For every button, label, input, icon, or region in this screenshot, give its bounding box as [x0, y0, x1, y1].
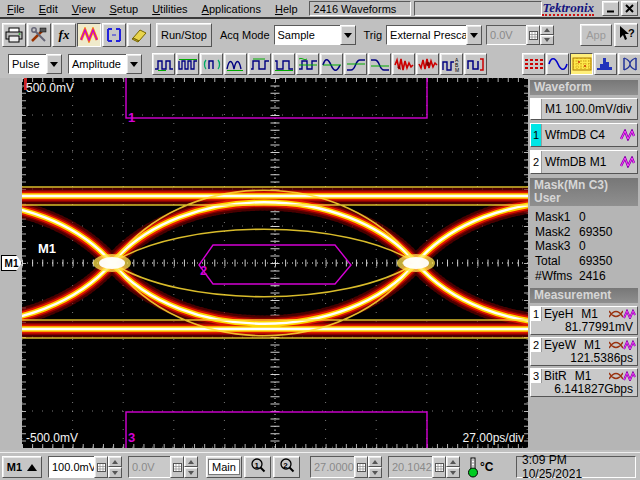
print-button[interactable] — [2, 23, 26, 47]
spin-down-button[interactable] — [540, 35, 554, 45]
trig-level-field: 0.0V — [486, 25, 554, 45]
waveform-icon — [80, 27, 98, 43]
svg-text:2: 2 — [283, 461, 288, 470]
horizontal-delay-value: 20.1042ns — [388, 456, 432, 478]
neg-width-button[interactable] — [176, 53, 199, 75]
duty-cycle-icon — [298, 57, 318, 72]
meas-type-select[interactable]: Amplitude — [68, 54, 142, 74]
main-view-button[interactable]: Main — [206, 456, 242, 478]
spin-up-button[interactable] — [446, 456, 460, 467]
graticule[interactable]: 1 2 3 M1 500.0mV -500.0mV 27.00ps/div — [22, 78, 528, 448]
waveform-display-button[interactable] — [77, 23, 101, 47]
menu-applications[interactable]: Applications — [195, 1, 268, 17]
minimize-button[interactable] — [602, 1, 619, 16]
mask-region-3 — [126, 412, 427, 448]
meas-category-select[interactable]: Pulse — [8, 54, 62, 74]
wfmdb-mode-button[interactable] — [570, 53, 593, 75]
bracket-pulse-icon — [466, 57, 486, 72]
temperature-indicator: °C — [466, 456, 514, 478]
spin-down-button[interactable] — [368, 467, 382, 478]
histogram-button[interactable] — [594, 53, 617, 75]
gated-measure-button[interactable] — [200, 53, 223, 75]
spin-down-button[interactable] — [446, 467, 460, 478]
menu-setup[interactable]: Setup — [102, 1, 145, 17]
clear-data-button[interactable] — [127, 23, 151, 47]
zoom2-button[interactable]: 2 — [273, 456, 300, 478]
mask-2-label: 2 — [200, 263, 207, 278]
spin-up-button[interactable] — [540, 25, 554, 35]
eye-measure-icon — [609, 371, 623, 381]
jitter-burst-icon — [394, 57, 414, 72]
measurement-2-button[interactable]: 2 EyeW M1 121.5386ps — [530, 337, 638, 366]
run-stop-button[interactable]: Run/Stop — [156, 23, 212, 47]
eye-diagram-button[interactable] — [618, 53, 640, 75]
dropdown-arrow-icon — [130, 62, 138, 67]
spin-up-button[interactable] — [184, 456, 198, 467]
menu-edit[interactable]: Edit — [32, 1, 65, 17]
nrz-gate-button[interactable] — [464, 53, 487, 75]
spin-down-button[interactable] — [184, 467, 198, 478]
channel-select-button[interactable]: M1 — [2, 456, 42, 478]
scale-value[interactable]: 100.0mV/div — [48, 456, 94, 478]
keypad-icon — [173, 463, 182, 472]
app-button[interactable]: App — [580, 24, 612, 46]
menu-help[interactable]: Help — [268, 1, 305, 17]
fall-time-button[interactable] — [368, 53, 391, 75]
magnifier-1-icon: 1 — [250, 458, 266, 474]
measurement-1-button[interactable]: 1 EyeH M1 81.77991mV — [530, 306, 638, 335]
spin-up-button[interactable] — [368, 456, 382, 467]
mask-3-label: 3 — [128, 430, 135, 445]
burst-icon — [226, 57, 246, 72]
math-button[interactable]: fx — [52, 23, 76, 47]
pattern-button[interactable]: ABM — [440, 53, 463, 75]
context-help-button[interactable]: ? — [614, 23, 638, 47]
up-arrow-icon — [27, 464, 37, 471]
menu-file[interactable]: File — [0, 1, 32, 17]
spin-up-button[interactable] — [108, 456, 122, 467]
close-button[interactable] — [621, 1, 638, 16]
vertical-scale-button[interactable]: M1 100.0mV/div — [530, 98, 638, 120]
wfmdb-trace-icon — [623, 340, 636, 350]
pos-width-icon — [154, 57, 174, 72]
rise-time-button[interactable] — [344, 53, 367, 75]
vertical-scale-spinner: 100.0mV/div — [48, 456, 122, 478]
menu-utilities[interactable]: Utilities — [145, 1, 194, 17]
waveform-mode-button[interactable] — [546, 53, 569, 75]
spin-down-button[interactable] — [108, 467, 122, 478]
mask-test-button[interactable] — [522, 53, 545, 75]
keypad-button[interactable] — [94, 456, 108, 478]
measurement-3-button[interactable]: 3 BitR M1 6.141827Gbps — [530, 368, 638, 397]
keypad-button[interactable] — [526, 25, 540, 45]
setup-tools-button[interactable] — [27, 23, 51, 47]
keypad-button[interactable] — [354, 456, 368, 478]
trig-source-select[interactable]: External Prescaler — [386, 25, 482, 45]
amplitude-button[interactable] — [320, 53, 343, 75]
vertical-markers-button[interactable] — [102, 23, 126, 47]
keypad-icon — [529, 31, 538, 40]
dropdown-arrow-icon — [470, 33, 478, 38]
zoom1-button[interactable]: 1 — [244, 456, 271, 478]
wfmdb1-button[interactable]: 1 WfmDB C4 — [530, 123, 638, 147]
noise-button[interactable] — [416, 53, 439, 75]
status-box-empty — [414, 1, 542, 16]
gated-pulse-icon — [202, 57, 222, 72]
burst-width-button[interactable] — [224, 53, 247, 75]
keypad-button[interactable] — [170, 456, 184, 478]
menu-view[interactable]: View — [65, 1, 103, 17]
keypad-button[interactable] — [432, 456, 446, 478]
wfmdb2-button[interactable]: 2 WfmDB M1 — [530, 150, 638, 174]
eye-measure-icon — [609, 309, 623, 319]
measurement-toolbar: Pulse Amplitude — [0, 50, 640, 78]
sine-wave-icon — [548, 56, 568, 72]
period-button[interactable] — [248, 53, 271, 75]
frequency-button[interactable] — [272, 53, 295, 75]
tektronix-logo: Tektronix — [542, 1, 594, 16]
m1-trace-marker[interactable]: M1 — [1, 255, 22, 271]
duty-cycle-button[interactable] — [296, 53, 319, 75]
measurement-panel-title: Measurement — [530, 288, 638, 303]
mask-1-label: 1 — [128, 110, 135, 125]
pos-width-button[interactable] — [152, 53, 175, 75]
horizontal-scale-value: 27.0000ps — [310, 456, 354, 478]
jitter-button[interactable] — [392, 53, 415, 75]
acq-mode-select[interactable]: Sample — [274, 25, 356, 45]
